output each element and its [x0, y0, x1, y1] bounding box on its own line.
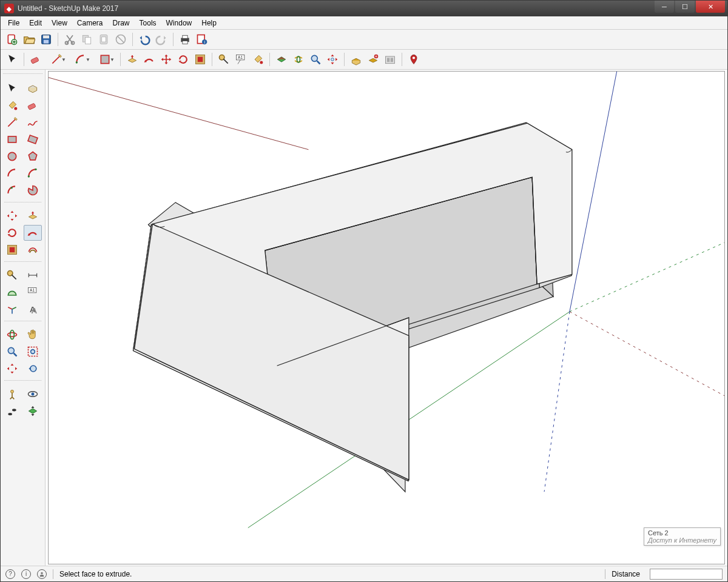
scale-tool[interactable] [3, 242, 21, 258]
text-tool[interactable]: A1 [24, 284, 42, 300]
tape-measure-tool[interactable] [216, 52, 232, 67]
close-button[interactable]: ✕ [696, 1, 725, 13]
new-file-button[interactable] [4, 32, 20, 47]
title-bar: ◆ Untitled - SketchUp Make 2017 ─ ☐ ✕ [1, 1, 727, 16]
text-tool[interactable]: A1 [233, 52, 249, 67]
circle-tool[interactable] [3, 149, 21, 164]
blue-axis-dashed [544, 312, 570, 492]
pie-tool[interactable] [24, 182, 42, 198]
print-button[interactable] [177, 32, 193, 47]
freehand-tool[interactable] [24, 115, 42, 130]
network-status: Доступ к Интернету [648, 537, 716, 544]
offset-tool[interactable] [192, 52, 208, 67]
svg-point-39 [8, 152, 16, 160]
arc-tool[interactable] [3, 166, 21, 181]
zoom-tool[interactable] [3, 344, 21, 360]
offset-tool[interactable] [24, 242, 42, 258]
erase-button[interactable] [113, 32, 129, 47]
line-tool-dropdown[interactable]: ▼ [45, 52, 68, 67]
svg-point-40 [27, 175, 29, 177]
move-tool[interactable] [3, 208, 21, 224]
menu-tools[interactable]: Tools [135, 18, 161, 28]
orbit-tool[interactable] [3, 327, 21, 343]
zoom-extents-tool[interactable] [3, 361, 21, 376]
measurement-input[interactable] [650, 569, 723, 580]
section-plane-tool[interactable] [24, 403, 42, 419]
push-pull-tool[interactable] [124, 52, 140, 67]
svg-rect-37 [8, 136, 16, 142]
menu-window[interactable]: Window [161, 18, 197, 28]
user-icon[interactable] [37, 569, 47, 579]
eraser-tool[interactable] [24, 98, 42, 113]
share-model-button[interactable] [365, 52, 381, 67]
rotate-tool[interactable] [175, 52, 191, 67]
section-plane-tool[interactable] [274, 52, 289, 67]
zoom-window-tool[interactable] [24, 344, 42, 360]
previous-view-tool[interactable] [24, 361, 42, 376]
menu-camera[interactable]: Camera [72, 18, 108, 28]
eraser-tool[interactable] [28, 52, 44, 67]
info-icon[interactable]: i [21, 569, 31, 579]
polygon-tool[interactable] [24, 149, 42, 164]
minimize-button[interactable]: ─ [655, 1, 674, 13]
menu-file[interactable]: File [3, 18, 24, 28]
select-tool[interactable] [4, 52, 20, 67]
line-tool[interactable] [3, 115, 21, 130]
follow-me-tool[interactable] [24, 225, 42, 241]
3d-text-tool[interactable]: AA [24, 301, 42, 317]
green-axis-dashed [570, 242, 724, 312]
dimension-tool[interactable] [24, 267, 42, 283]
get-models-button[interactable] [348, 52, 364, 67]
large-toolset-toolbar: ▼ ▼ ▼ A1 [1, 50, 727, 70]
make-component-tool[interactable] [24, 81, 42, 96]
move-tool[interactable] [158, 52, 174, 67]
arc-tool-dropdown[interactable]: ▼ [69, 52, 92, 67]
app-icon: ◆ [4, 4, 14, 13]
cut-button[interactable] [62, 32, 78, 47]
help-icon[interactable]: ? [5, 569, 15, 579]
arc-2pt-tool[interactable] [24, 166, 42, 181]
tape-measure-tool[interactable] [3, 267, 21, 283]
follow-me-tool[interactable] [141, 52, 157, 67]
protractor-tool[interactable] [3, 284, 21, 300]
menu-edit[interactable]: Edit [24, 18, 47, 28]
save-button[interactable] [38, 32, 54, 47]
red-axis-dashed [570, 312, 724, 396]
zoom-extents-tool[interactable] [325, 52, 340, 67]
menu-view[interactable]: View [47, 18, 72, 28]
paint-bucket-tool[interactable] [3, 98, 21, 113]
rotate-tool[interactable] [3, 225, 21, 241]
extension-warehouse-button[interactable] [382, 52, 398, 67]
pan-tool[interactable] [24, 327, 42, 343]
redo-button[interactable] [153, 32, 169, 47]
network-name: Сеть 2 [648, 529, 716, 537]
menu-draw[interactable]: Draw [108, 18, 135, 28]
add-location-button[interactable] [406, 52, 422, 67]
rotated-rectangle-tool[interactable] [24, 132, 42, 147]
svg-point-58 [31, 393, 34, 396]
svg-rect-18 [31, 57, 39, 64]
look-around-tool[interactable] [24, 386, 42, 402]
zoom-tool[interactable] [308, 52, 323, 67]
model-info-button[interactable]: i [194, 32, 210, 47]
rectangle-tool[interactable] [3, 132, 21, 147]
select-tool[interactable] [3, 81, 21, 96]
large-toolset-vertical: A1 AA [1, 70, 46, 566]
menu-help[interactable]: Help [197, 18, 221, 28]
paint-bucket-tool[interactable] [250, 52, 266, 67]
undo-button[interactable] [136, 32, 152, 47]
copy-button[interactable] [79, 32, 95, 47]
paste-button[interactable] [96, 32, 112, 47]
axes-tool[interactable] [3, 301, 21, 317]
shapes-tool-dropdown[interactable]: ▼ [93, 52, 116, 67]
walk-tool[interactable] [3, 403, 21, 419]
push-pull-tool[interactable] [24, 208, 42, 224]
position-camera-tool[interactable] [3, 386, 21, 402]
orbit-tool[interactable] [291, 52, 306, 67]
model-viewport[interactable]: Сеть 2 Доступ к Интернету [48, 71, 725, 564]
svg-point-42 [11, 187, 13, 189]
arc-3pt-tool[interactable] [3, 182, 21, 198]
maximize-button[interactable]: ☐ [675, 1, 695, 13]
svg-rect-44 [10, 247, 15, 252]
open-button[interactable] [21, 32, 37, 47]
